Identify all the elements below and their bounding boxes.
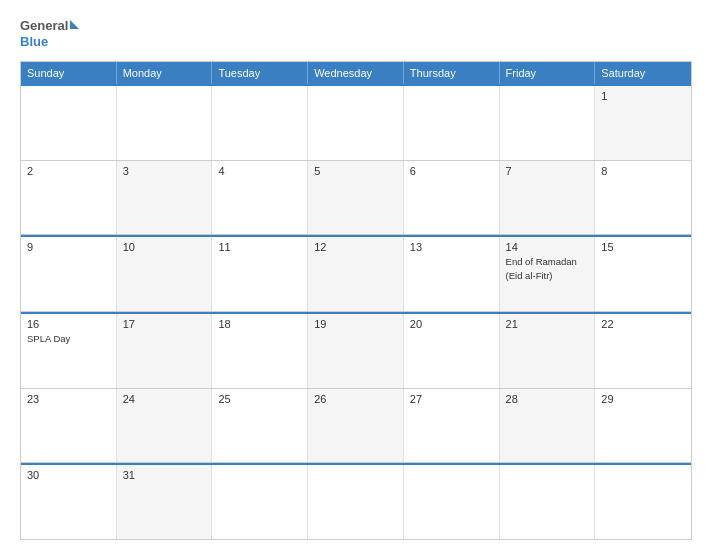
day-cell: 12 (308, 237, 404, 311)
day-number: 23 (27, 393, 110, 405)
day-number: 24 (123, 393, 206, 405)
day-cell: 24 (117, 389, 213, 463)
day-header-thursday: Thursday (404, 62, 500, 84)
day-cell: 19 (308, 314, 404, 388)
day-number: 2 (27, 165, 110, 177)
day-cell: 2 (21, 161, 117, 235)
day-cell (212, 86, 308, 160)
day-cell: 22 (595, 314, 691, 388)
day-cell: 31 (117, 465, 213, 539)
day-number: 4 (218, 165, 301, 177)
day-number: 15 (601, 241, 685, 253)
day-cell: 30 (21, 465, 117, 539)
day-event: SPLA Day (27, 333, 70, 344)
day-number: 10 (123, 241, 206, 253)
day-number: 21 (506, 318, 589, 330)
day-cell: 28 (500, 389, 596, 463)
day-number: 8 (601, 165, 685, 177)
day-number: 20 (410, 318, 493, 330)
day-number: 17 (123, 318, 206, 330)
day-number: 28 (506, 393, 589, 405)
day-number: 29 (601, 393, 685, 405)
week-row-3: 16SPLA Day171819202122 (21, 312, 691, 389)
week-row-0: 1 (21, 84, 691, 161)
day-cell: 9 (21, 237, 117, 311)
day-number: 9 (27, 241, 110, 253)
day-cell: 25 (212, 389, 308, 463)
day-number: 7 (506, 165, 589, 177)
day-number: 12 (314, 241, 397, 253)
logo-general-text: General (20, 18, 68, 34)
day-cell (308, 86, 404, 160)
day-number: 18 (218, 318, 301, 330)
day-cell: 16SPLA Day (21, 314, 117, 388)
day-header-wednesday: Wednesday (308, 62, 404, 84)
day-cell: 8 (595, 161, 691, 235)
day-number: 1 (601, 90, 685, 102)
day-number: 11 (218, 241, 301, 253)
week-row-4: 23242526272829 (21, 389, 691, 464)
day-cell: 11 (212, 237, 308, 311)
day-header-monday: Monday (117, 62, 213, 84)
day-cell: 4 (212, 161, 308, 235)
day-cell (212, 465, 308, 539)
calendar-grid: SundayMondayTuesdayWednesdayThursdayFrid… (20, 61, 692, 540)
day-cell: 5 (308, 161, 404, 235)
day-number: 19 (314, 318, 397, 330)
header: GeneralBlue (20, 18, 692, 49)
logo: GeneralBlue (20, 18, 79, 49)
day-header-saturday: Saturday (595, 62, 691, 84)
day-header-sunday: Sunday (21, 62, 117, 84)
day-cell: 27 (404, 389, 500, 463)
day-cell: 15 (595, 237, 691, 311)
day-cell (404, 86, 500, 160)
day-cell (21, 86, 117, 160)
day-cell: 3 (117, 161, 213, 235)
day-cell: 6 (404, 161, 500, 235)
day-cell: 20 (404, 314, 500, 388)
day-number: 30 (27, 469, 110, 481)
day-cell (117, 86, 213, 160)
day-cell: 21 (500, 314, 596, 388)
day-cell: 17 (117, 314, 213, 388)
calendar-page: GeneralBlue SundayMondayTuesdayWednesday… (0, 0, 712, 550)
day-number: 25 (218, 393, 301, 405)
day-cell: 10 (117, 237, 213, 311)
day-number: 31 (123, 469, 206, 481)
day-number: 6 (410, 165, 493, 177)
day-event: End of Ramadan (Eid al-Fitr) (506, 256, 577, 280)
day-cell: 26 (308, 389, 404, 463)
day-number: 26 (314, 393, 397, 405)
day-cell (404, 465, 500, 539)
day-number: 27 (410, 393, 493, 405)
day-number: 13 (410, 241, 493, 253)
day-cell: 18 (212, 314, 308, 388)
week-row-1: 2345678 (21, 161, 691, 236)
days-header: SundayMondayTuesdayWednesdayThursdayFrid… (21, 62, 691, 84)
day-number: 16 (27, 318, 110, 330)
day-number: 5 (314, 165, 397, 177)
day-header-friday: Friday (500, 62, 596, 84)
day-cell: 29 (595, 389, 691, 463)
day-cell (595, 465, 691, 539)
day-cell: 23 (21, 389, 117, 463)
day-number: 3 (123, 165, 206, 177)
weeks-container: 1234567891011121314End of Ramadan (Eid a… (21, 84, 691, 539)
day-cell: 13 (404, 237, 500, 311)
day-cell: 14End of Ramadan (Eid al-Fitr) (500, 237, 596, 311)
day-number: 14 (506, 241, 589, 253)
logo-flag-icon (70, 20, 79, 29)
week-row-2: 91011121314End of Ramadan (Eid al-Fitr)1… (21, 235, 691, 312)
day-number: 22 (601, 318, 685, 330)
day-header-tuesday: Tuesday (212, 62, 308, 84)
week-row-5: 3031 (21, 463, 691, 539)
day-cell (308, 465, 404, 539)
logo-blue-text: Blue (20, 34, 79, 50)
day-cell: 7 (500, 161, 596, 235)
day-cell (500, 86, 596, 160)
day-cell (500, 465, 596, 539)
day-cell: 1 (595, 86, 691, 160)
